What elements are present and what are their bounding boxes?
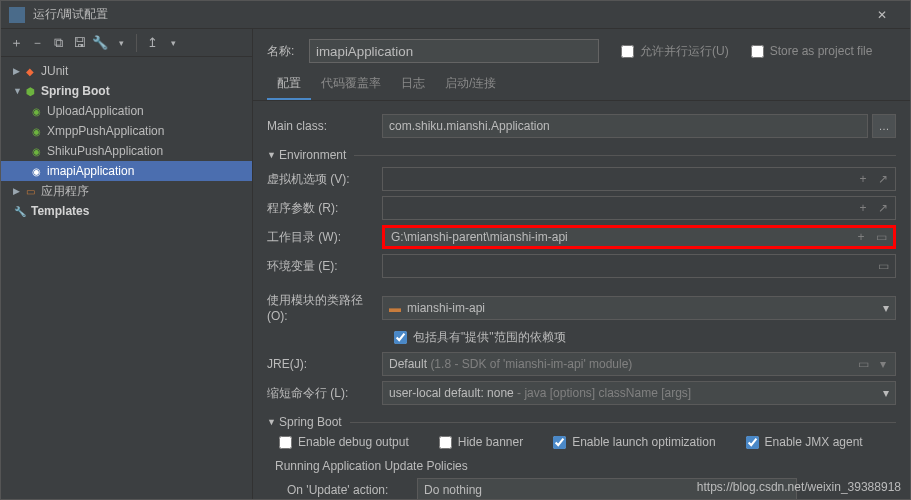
on-update-label: On 'Update' action: (287, 483, 417, 497)
enable-launch-checkbox[interactable] (553, 436, 566, 449)
window-title: 运行/调试配置 (33, 6, 862, 23)
tree-label: imapiApplication (47, 164, 134, 178)
dropdown-icon[interactable]: ▾ (112, 34, 130, 52)
tree-templates[interactable]: 🔧 Templates (1, 201, 252, 221)
tab-coverage[interactable]: 代码覆盖率 (311, 69, 391, 100)
chevron-down-icon: ▾ (883, 386, 889, 400)
module-label: 使用模块的类路径 (O): (267, 292, 382, 323)
chevron-right-icon: ▶ (13, 66, 23, 76)
plus-icon[interactable]: + (855, 172, 871, 186)
springboot-icon: ⬢ (23, 84, 37, 98)
tree-label: Spring Boot (41, 84, 110, 98)
folder-icon: ▬ (389, 301, 401, 315)
chevron-right-icon: ▶ (13, 186, 23, 196)
store-file-checkbox[interactable]: Store as project file (751, 44, 873, 58)
tree-label: UploadApplication (47, 104, 144, 118)
expand-icon[interactable]: ↗ (875, 172, 891, 186)
vm-input[interactable]: +↗ (382, 167, 896, 191)
shorten-label: 缩短命令行 (L): (267, 385, 382, 402)
expand-icon[interactable]: ↗ (875, 201, 891, 215)
checkbox-label: 允许并行运行(U) (640, 43, 729, 60)
args-label: 程序参数 (R): (267, 200, 382, 217)
wrench-icon: 🔧 (13, 204, 27, 218)
tree-junit[interactable]: ▶ ◆ JUnit (1, 61, 252, 81)
module-select[interactable]: ▬ mianshi-im-api ▾ (382, 296, 896, 320)
folder-icon[interactable]: ▭ (855, 357, 871, 371)
plus-icon[interactable]: + (853, 230, 869, 244)
hide-banner-checkbox[interactable] (439, 436, 452, 449)
args-input[interactable]: +↗ (382, 196, 896, 220)
tab-connect[interactable]: 启动/连接 (435, 69, 506, 100)
add-icon[interactable]: ＋ (7, 34, 25, 52)
watermark: https://blog.csdn.net/weixin_39388918 (697, 480, 901, 494)
dropdown2-icon[interactable]: ▾ (164, 34, 182, 52)
env-input[interactable]: ▭ (382, 254, 896, 278)
jre-label: JRE(J): (267, 357, 382, 371)
name-input[interactable] (309, 39, 599, 63)
app-icon (9, 7, 25, 23)
copy-icon[interactable]: ⧉ (49, 34, 67, 52)
wrench-icon[interactable]: 🔧 (91, 34, 109, 52)
shorten-select[interactable]: user-local default: none - java [options… (382, 381, 896, 405)
checkbox-label: Store as project file (770, 44, 873, 58)
tree-app-3[interactable]: ◉ imapiApplication (1, 161, 252, 181)
chevron-down-icon: ▼ (267, 417, 279, 427)
tree-label: ShikuPushApplication (47, 144, 163, 158)
leaf-icon: ◉ (29, 104, 43, 118)
checkbox-label: 包括具有"提供"范围的依赖项 (413, 329, 566, 346)
include-provided-checkbox[interactable] (394, 331, 407, 344)
separator (136, 34, 137, 52)
browse-icon[interactable]: ▭ (875, 259, 891, 273)
tree-label: XmppPushApplication (47, 124, 164, 138)
browse-button[interactable]: … (872, 114, 896, 138)
tree-label: 应用程序 (41, 183, 89, 200)
policies-label: Running Application Update Policies (275, 459, 896, 473)
tree-label: Templates (31, 204, 89, 218)
tab-log[interactable]: 日志 (391, 69, 435, 100)
springboot-section[interactable]: ▼ Spring Boot (267, 415, 896, 429)
wd-label: 工作目录 (W): (267, 229, 382, 246)
tree-app-1[interactable]: ◉ XmppPushApplication (1, 121, 252, 141)
name-label: 名称: (267, 43, 299, 60)
environment-section[interactable]: ▼ Environment (267, 148, 896, 162)
tree-label: JUnit (41, 64, 68, 78)
tree-toolbar: ＋ － ⧉ 🖫 🔧 ▾ ↥ ▾ (1, 29, 252, 57)
tree-springboot[interactable]: ▼ ⬢ Spring Boot (1, 81, 252, 101)
close-icon[interactable]: ✕ (862, 8, 902, 22)
junit-icon: ◆ (23, 64, 37, 78)
remove-icon[interactable]: － (28, 34, 46, 52)
leaf-icon: ◉ (29, 144, 43, 158)
enable-debug-checkbox[interactable] (279, 436, 292, 449)
chevron-down-icon[interactable]: ▾ (875, 357, 891, 371)
allow-parallel-checkbox[interactable]: 允许并行运行(U) (621, 43, 729, 60)
config-tree: ▶ ◆ JUnit ▼ ⬢ Spring Boot ◉ UploadApplic… (1, 57, 252, 499)
chevron-down-icon: ▼ (267, 150, 279, 160)
chevron-down-icon: ▾ (883, 301, 889, 315)
leaf-icon: ◉ (29, 124, 43, 138)
enable-jmx-checkbox[interactable] (746, 436, 759, 449)
tab-config[interactable]: 配置 (267, 69, 311, 100)
tree-app-0[interactable]: ◉ UploadApplication (1, 101, 252, 121)
main-class-label: Main class: (267, 119, 382, 133)
working-dir-input[interactable]: G:\mianshi-parent\mianshi-im-api +▭ (382, 225, 896, 249)
env-label: 环境变量 (E): (267, 258, 382, 275)
vm-label: 虚拟机选项 (V): (267, 171, 382, 188)
folder-icon[interactable]: ▭ (873, 230, 889, 244)
app-programs-icon: ▭ (23, 184, 37, 198)
tabs: 配置 代码覆盖率 日志 启动/连接 (253, 69, 910, 101)
move-up-icon[interactable]: ↥ (143, 34, 161, 52)
leaf-icon: ◉ (29, 164, 43, 178)
chevron-down-icon: ▼ (13, 86, 23, 96)
tree-appprograms[interactable]: ▶ ▭ 应用程序 (1, 181, 252, 201)
jre-select[interactable]: Default (1.8 - SDK of 'mianshi-im-api' m… (382, 352, 896, 376)
plus-icon[interactable]: + (855, 201, 871, 215)
tree-app-2[interactable]: ◉ ShikuPushApplication (1, 141, 252, 161)
save-icon[interactable]: 🖫 (70, 34, 88, 52)
main-class-input[interactable]: com.shiku.mianshi.Application (382, 114, 868, 138)
